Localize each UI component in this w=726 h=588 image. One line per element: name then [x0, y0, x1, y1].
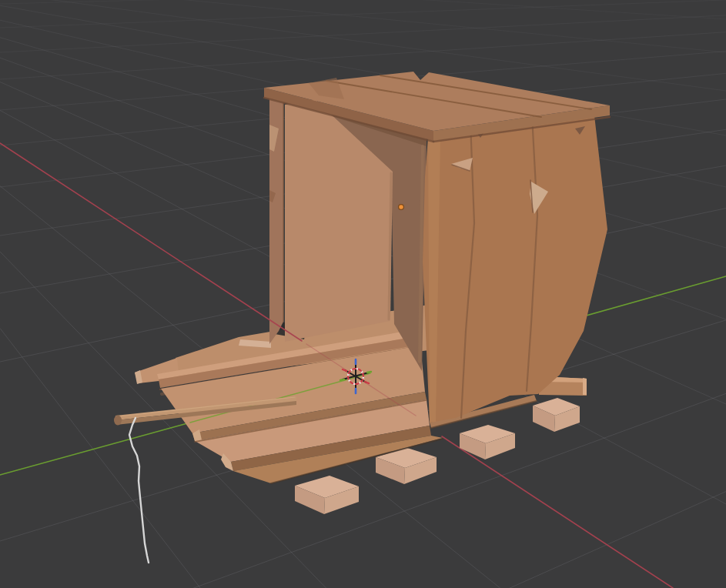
deck-right-cap [583, 378, 587, 395]
cursor-tip-green-right [367, 372, 371, 373]
layer-origin [399, 205, 404, 210]
blender-3d-viewport[interactable] [0, 0, 726, 588]
pole-end-cap [114, 416, 122, 426]
object-origin-dot[interactable] [399, 205, 404, 210]
cursor-tip-green-left [340, 379, 344, 380]
viewport-canvas[interactable] [0, 0, 726, 588]
